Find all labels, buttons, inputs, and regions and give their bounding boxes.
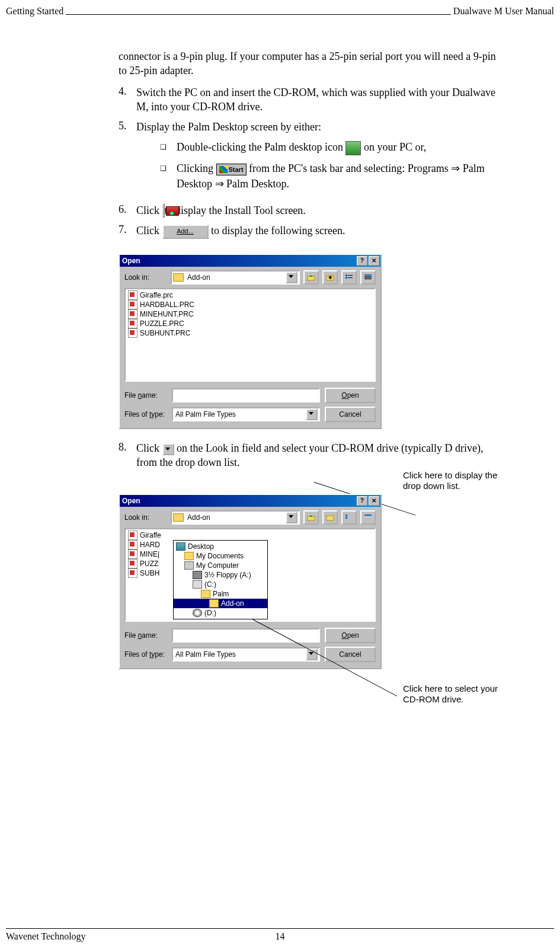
tree-palm-folder[interactable]: Palm — [174, 589, 267, 599]
tree-addon-folder[interactable]: Add-on — [174, 599, 267, 608]
step-6-post: to display the Install Tool screen. — [165, 205, 306, 216]
file-item[interactable]: SUBHUNT.PRC — [127, 328, 373, 338]
svg-rect-6 — [348, 277, 353, 278]
filetype-label: Files of type: — [124, 410, 167, 418]
filetype-value: All Palm File Types — [174, 410, 306, 418]
list-view-button[interactable] — [341, 270, 357, 285]
drive-icon — [193, 580, 202, 589]
file-list[interactable]: Giraffe.prc HARDBALL.PRC MINEHUNT.PRC PU… — [124, 288, 376, 382]
step-5: 5. Display the Palm Desktop screen by ei… — [119, 120, 504, 197]
footer-page-number: 14 — [276, 931, 285, 942]
close-button[interactable]: ✕ — [369, 496, 379, 506]
folder-icon — [209, 599, 219, 608]
dialog-title: Open — [122, 497, 140, 505]
step-5-number: 5. — [119, 120, 136, 197]
filetype-select[interactable]: All Palm File Types — [172, 407, 320, 421]
step-7-number: 7. — [119, 223, 136, 239]
file-list[interactable]: Giraffe HARD MINE| PUZZ SUBH Desktop My … — [124, 528, 376, 622]
file-item[interactable]: SUBH — [127, 568, 161, 578]
lookin-select[interactable]: Add-on — [171, 510, 300, 525]
open-button[interactable]: Open — [325, 628, 376, 643]
file-icon — [128, 540, 137, 549]
svg-rect-12 — [327, 516, 334, 520]
filetype-label: Files of type: — [124, 650, 167, 659]
filename-input[interactable] — [172, 628, 320, 643]
svg-rect-15 — [364, 515, 372, 516]
lookin-value: Add-on — [186, 273, 286, 282]
cancel-button[interactable]: Cancel — [325, 647, 376, 662]
help-button[interactable]: ? — [357, 496, 367, 506]
svg-rect-8 — [364, 276, 372, 277]
open-button[interactable]: Open — [325, 388, 376, 403]
file-icon — [128, 290, 137, 300]
up-folder-button[interactable] — [303, 510, 319, 525]
step-4: 4. Switch the PC on and insert the CD-RO… — [119, 85, 504, 114]
list-view-button[interactable] — [341, 510, 357, 525]
callout-top: Click here to display the drop down list… — [403, 470, 504, 491]
close-button[interactable]: ✕ — [369, 256, 379, 266]
file-item[interactable]: PUZZLE.PRC — [127, 319, 373, 328]
details-view-button[interactable] — [360, 510, 376, 525]
filename-label: File name: — [124, 631, 167, 640]
file-item[interactable]: MINE| — [127, 549, 161, 559]
folder-icon — [201, 590, 210, 598]
tree-d-drive[interactable]: (D:) — [174, 608, 267, 618]
page-header: Getting Started Dualwave M User Manual — [0, 6, 560, 17]
header-rule — [66, 8, 451, 15]
folder-icon — [173, 513, 184, 522]
tree-c-drive[interactable]: (C:) — [174, 580, 267, 589]
install-tool-icon — [162, 203, 165, 218]
step-5b-pre: Clicking — [177, 162, 216, 174]
svg-rect-5 — [348, 275, 353, 276]
filename-input[interactable] — [172, 388, 320, 402]
bullet-icon: ❑ — [160, 140, 177, 155]
callout-bottom: Click here to select your CD-ROM drive. — [403, 683, 504, 705]
svg-rect-4 — [345, 277, 347, 279]
file-item[interactable]: HARD — [127, 540, 161, 549]
windows-flag-icon — [219, 166, 228, 173]
dropdown-arrow-icon[interactable] — [306, 408, 318, 420]
dialog-title: Open — [122, 257, 140, 265]
step-6-number: 6. — [119, 203, 136, 218]
dropdown-arrow-icon[interactable] — [286, 271, 297, 283]
new-folder-button[interactable]: ✱ — [322, 270, 338, 285]
new-folder-button[interactable] — [322, 510, 338, 525]
file-item[interactable]: Giraffe — [127, 531, 161, 540]
page-footer: Wavenet Technology 14 — [6, 928, 554, 942]
lookin-select[interactable]: Add-on — [171, 270, 300, 285]
file-icon — [128, 568, 137, 578]
details-view-button[interactable] — [360, 270, 376, 285]
tree-desktop[interactable]: Desktop — [174, 542, 267, 551]
step-5-text: Display the Palm Desktop screen by eithe… — [136, 121, 321, 133]
up-folder-button[interactable] — [303, 270, 319, 285]
tree-floppy[interactable]: 3½ Floppy (A:) — [174, 570, 267, 580]
file-icon — [128, 328, 137, 338]
file-item[interactable]: HARDBALL.PRC — [127, 300, 373, 309]
cancel-button[interactable]: Cancel — [325, 407, 376, 422]
step-4-text: Switch the PC on and insert the CD-ROM, … — [136, 85, 504, 114]
file-item[interactable]: Giraffe.prc — [127, 290, 373, 300]
step-7-pre: Click — [136, 225, 162, 237]
step-8: 8. Click on the Look in field and select… — [119, 441, 504, 470]
tree-mycomputer[interactable]: My Computer — [174, 561, 267, 570]
step-7: 7. Click Add... to display the following… — [119, 223, 504, 239]
desktop-icon — [176, 542, 185, 551]
filename-label: File name: — [124, 391, 167, 400]
folder-icon — [184, 552, 194, 560]
filetype-select[interactable]: All Palm File Types — [172, 647, 320, 662]
step-5b-mid: from the PC's task bar and selecting: Pr… — [249, 162, 451, 174]
dropdown-arrow-icon[interactable] — [286, 512, 297, 523]
svg-rect-7 — [364, 274, 372, 276]
file-icon — [128, 549, 137, 559]
tree-mydocs[interactable]: My Documents — [174, 551, 267, 561]
lookin-dropdown-list[interactable]: Desktop My Documents My Computer 3½ Flop… — [173, 540, 268, 619]
svg-rect-10 — [364, 279, 372, 279]
file-item[interactable]: MINEHUNT.PRC — [127, 309, 373, 319]
dropdown-arrow-icon — [162, 443, 174, 455]
header-section: Getting Started — [6, 6, 63, 17]
file-item[interactable]: PUZZ — [127, 559, 161, 568]
folder-icon — [173, 273, 184, 282]
svg-rect-14 — [345, 517, 347, 519]
svg-rect-11 — [308, 516, 315, 520]
help-button[interactable]: ? — [357, 256, 367, 266]
